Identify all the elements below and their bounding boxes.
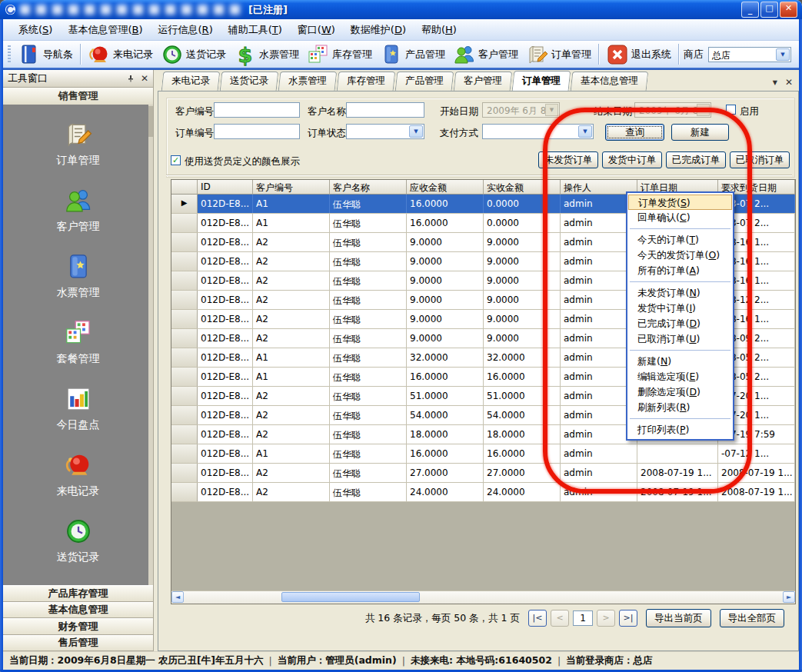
context-menu-item[interactable]: 编辑选定项(E) (628, 369, 732, 384)
tab[interactable]: 来电记录 (161, 72, 221, 91)
toolbar-button[interactable]: 来电记录 (84, 42, 157, 67)
scroll-right-icon[interactable]: ► (783, 591, 795, 603)
sidebar-item[interactable]: 水票管理 (3, 252, 153, 300)
sidebar-section-bar[interactable]: 产品库存管理 (3, 585, 153, 602)
menubar-item[interactable]: 运行信息(R) (151, 20, 221, 40)
context-menu-item[interactable]: 今天的订单(T) (628, 232, 732, 248)
page-number-input[interactable] (573, 610, 593, 626)
sidebar-scrollbar[interactable] (148, 105, 153, 585)
last-page-button[interactable]: >| (619, 610, 637, 627)
column-header[interactable]: 客户名称 (330, 180, 407, 195)
order-icon (526, 43, 549, 66)
column-header[interactable]: 客户编号 (253, 180, 330, 195)
menubar-item[interactable]: 窗口(W) (290, 20, 343, 40)
customer-no-input[interactable] (214, 102, 300, 118)
scroll-left-icon[interactable]: ◄ (171, 591, 184, 603)
context-menu-item[interactable]: 发货中订单(I) (628, 301, 732, 316)
next-page-button[interactable]: > (597, 610, 615, 627)
new-button[interactable]: 新建 (671, 124, 729, 141)
chevron-down-icon[interactable]: ▼ (776, 48, 790, 61)
table-row[interactable]: 012D-E8...A2伍华聪24.000024.0000admin2008-0… (171, 483, 795, 502)
tab[interactable]: 客户管理 (454, 72, 513, 91)
menubar-item[interactable]: 系统(S) (11, 20, 60, 40)
context-menu-item[interactable]: 订单发货(S) (628, 195, 732, 210)
context-menu-item[interactable]: 刷新列表(R) (628, 400, 732, 415)
sidebar-section-bar[interactable]: 售后管理 (3, 635, 153, 652)
menubar-item[interactable]: 基本信息管理(B) (60, 20, 150, 40)
shop-combobox[interactable]: 总店 ▼ (708, 47, 791, 62)
column-header[interactable]: 应收金额 (407, 180, 484, 195)
toolbar-button[interactable]: 导航条 (14, 42, 77, 67)
column-header[interactable] (171, 180, 198, 195)
tab-list-dropdown-icon[interactable]: ▼ (773, 79, 777, 86)
toolbar-button[interactable]: 退出系统 (602, 42, 675, 67)
horizontal-scrollbar[interactable]: ◄ ► (171, 590, 795, 604)
maximize-button[interactable]: □ (760, 2, 778, 18)
tab[interactable]: 订单管理 (512, 71, 571, 91)
quick-filter-button[interactable]: 已完成订单 (666, 151, 726, 168)
table-row[interactable]: 012D-E8...A2伍华聪27.000027.0000admin2008-0… (171, 464, 795, 483)
context-menu-item[interactable]: 未发货订单(N) (628, 285, 732, 301)
row-selector (171, 444, 198, 463)
toolbar-button[interactable]: 库存管理 (303, 42, 376, 67)
bell-icon (64, 451, 93, 480)
customer-name-input[interactable] (346, 102, 424, 118)
first-page-button[interactable]: |< (528, 610, 547, 627)
tab-close-icon[interactable]: ✕ (785, 77, 793, 88)
minimize-button[interactable]: _ (741, 2, 759, 18)
start-date-picker[interactable]: 2009年 6月 8日▼ (482, 102, 560, 118)
query-button[interactable]: 查询 (605, 124, 664, 141)
toolbar-button[interactable]: 订单管理 (522, 42, 595, 67)
export-all-pages-button[interactable]: 导出全部页 (720, 609, 785, 627)
tab[interactable]: 产品管理 (395, 72, 454, 91)
export-current-page-button[interactable]: 导出当前页 (646, 609, 711, 627)
toolbar-button[interactable]: 客户管理 (449, 42, 522, 67)
column-header[interactable]: 实收金额 (484, 180, 561, 195)
toolbar-button[interactable]: $水票管理 (230, 42, 303, 67)
scrollbar-thumb[interactable] (281, 592, 420, 602)
tab[interactable]: 库存管理 (337, 72, 396, 91)
context-menu-item[interactable]: 回单确认(C) (628, 210, 732, 225)
toolbar-button[interactable]: 产品管理 (376, 42, 449, 67)
tool-window-close-icon[interactable]: ✕ (141, 73, 148, 84)
quick-filter-button[interactable]: 未发货订单 (538, 151, 598, 168)
toolbar-grip[interactable] (8, 45, 11, 64)
quick-filter-button[interactable]: 发货中订单 (602, 151, 662, 168)
sidebar-item[interactable]: 送货记录 (3, 517, 153, 564)
menubar-item[interactable]: 帮助(H) (414, 20, 464, 40)
table-row[interactable]: 012D-E8...A1伍华聪16.000016.0000admin-07-12… (171, 444, 795, 464)
pay-method-combobox[interactable]: ▼ (482, 124, 594, 139)
column-header[interactable]: ID (198, 180, 253, 195)
close-button[interactable]: ✕ (780, 2, 797, 18)
sidebar-item[interactable]: 客户管理 (3, 186, 153, 234)
pin-icon[interactable] (127, 75, 135, 82)
menubar-item[interactable]: 数据维护(D) (343, 20, 414, 40)
order-no-input[interactable] (214, 124, 300, 139)
context-menu-item[interactable]: 已取消订单(U) (628, 331, 732, 347)
order-status-combobox[interactable]: ▼ (346, 124, 424, 139)
sidebar-section-bar[interactable]: 基本信息管理 (3, 602, 153, 619)
context-menu-item[interactable]: 打印列表(P) (628, 422, 732, 437)
toolbar-button[interactable]: 送货记录 (157, 42, 230, 67)
context-menu-item[interactable]: 今天的发货订单(O) (628, 248, 732, 263)
color-display-checkbox[interactable]: ✓ (171, 155, 181, 165)
sidebar-section-bar[interactable]: 财务管理 (3, 618, 153, 635)
end-date-picker[interactable]: 2009年 6月 8日▼ (634, 102, 711, 118)
context-menu-item[interactable]: 所有的订单(A) (628, 263, 732, 278)
table-cell: admin (561, 464, 637, 482)
prev-page-button[interactable]: < (551, 610, 569, 627)
sidebar-item[interactable]: 订单管理 (3, 120, 153, 168)
menubar-item[interactable]: 辅助工具(T) (221, 20, 290, 40)
context-menu-item[interactable]: 删除选定项(D) (628, 384, 732, 400)
tab[interactable]: 送货记录 (220, 72, 279, 91)
context-menu-item[interactable]: 新建(N) (628, 354, 732, 369)
tab[interactable]: 基本信息管理 (571, 72, 649, 91)
sidebar-item[interactable]: 今日盘点 (3, 384, 153, 432)
quick-filter-button[interactable]: 已取消订单 (730, 151, 790, 168)
sidebar-item[interactable]: 来电记录 (3, 451, 153, 498)
sidebar-section-sales[interactable]: 销售管理 (3, 88, 153, 105)
context-menu-item[interactable]: 已完成订单(D) (628, 316, 732, 331)
tab[interactable]: 水票管理 (278, 72, 338, 91)
sidebar-item[interactable]: 套餐管理 (3, 318, 153, 366)
enable-date-checkbox[interactable] (726, 105, 736, 115)
